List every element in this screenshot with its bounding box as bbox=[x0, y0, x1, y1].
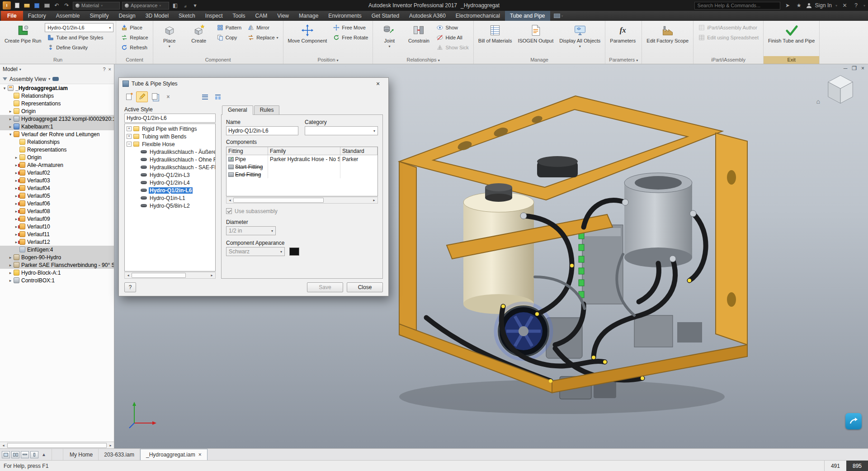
scroll-left-icon[interactable]: ◂ bbox=[0, 442, 7, 448]
sign-in-button[interactable]: Sign In bbox=[815, 2, 832, 9]
help-icon[interactable]: ? bbox=[852, 2, 860, 10]
tree-item-verlauf10[interactable]: ▸Verlauf10 bbox=[0, 223, 114, 230]
view-mode-label[interactable]: Assembly View bbox=[9, 76, 46, 82]
component-row-start-fitting[interactable]: Start Fitting bbox=[226, 163, 377, 171]
component-row-pipe[interactable]: PipeParker Hydraulic Hose - No SkivParke… bbox=[226, 155, 377, 163]
show-relationships-button[interactable]: Show bbox=[434, 23, 471, 32]
use-subassembly-checkbox[interactable] bbox=[226, 208, 232, 214]
appearance-color-swatch[interactable] bbox=[289, 247, 299, 256]
browser-help-icon[interactable]: ? bbox=[103, 67, 105, 72]
scroll-left-icon[interactable]: ◂ bbox=[125, 272, 132, 278]
browser-title-caret-icon[interactable]: ▾ bbox=[19, 67, 21, 71]
appearance-select[interactable]: Schwarz▾ bbox=[226, 247, 285, 256]
tab-view[interactable]: View bbox=[272, 11, 294, 21]
replace-content-button[interactable]: Replace bbox=[118, 33, 150, 42]
expand-icon[interactable]: ▸ bbox=[8, 117, 13, 121]
undo-button[interactable]: ↶ bbox=[53, 2, 61, 10]
tab-rules[interactable]: Rules bbox=[254, 105, 280, 114]
tree-item-hydro-block-a-1[interactable]: ▸Hydro-Block-A:1 bbox=[0, 269, 114, 276]
new-file-button[interactable] bbox=[13, 2, 21, 10]
active-style-input[interactable]: Hydro-Q1/2in-L6 bbox=[124, 114, 216, 123]
display-all-objects-button[interactable]: Display All Objects ▾ bbox=[557, 22, 603, 55]
tree-item-controlbox-1[interactable]: ▸ControlBOX:1 bbox=[0, 276, 114, 284]
save-button[interactable]: Save bbox=[307, 282, 343, 292]
doc-tab-my-home[interactable]: My Home bbox=[64, 449, 99, 460]
dialog-close-button[interactable]: × bbox=[371, 79, 385, 88]
style-tree-item-hydro-q5-8in-l2[interactable]: Hydro-Q5/8in-L2 bbox=[125, 202, 215, 209]
window-tile-icon[interactable] bbox=[2, 451, 10, 458]
detail-view-button[interactable] bbox=[212, 91, 224, 102]
tab-sketch[interactable]: Sketch bbox=[174, 11, 200, 21]
tree-item-verlauf02[interactable]: ▸Verlauf02 bbox=[0, 169, 114, 176]
tree-item-relationships[interactable]: Relationships bbox=[0, 138, 114, 146]
favorites-star-icon[interactable]: ★ bbox=[795, 2, 803, 10]
tree-item-verlauf08[interactable]: ▸Verlauf08 bbox=[0, 207, 114, 215]
style-tree-scrollbar[interactable]: ◂ ▸ bbox=[124, 272, 216, 279]
expand-icon[interactable]: ▸ bbox=[14, 155, 19, 160]
style-tree-item-hydro-q1in-l1[interactable]: Hydro-Q1in-L1 bbox=[125, 194, 215, 202]
filter-icon[interactable] bbox=[3, 77, 7, 81]
redo-button[interactable]: ↷ bbox=[63, 2, 71, 10]
list-view-button[interactable] bbox=[199, 91, 211, 102]
open-file-button[interactable] bbox=[23, 2, 31, 10]
tree-item-parker-sae-flanschverbindung-90-schenkelr[interactable]: ▸Parker SAE Flanschverbindung - 90° Sche… bbox=[0, 261, 114, 269]
tube-pipe-styles-button[interactable]: Tube and Pipe Styles bbox=[45, 33, 113, 42]
tree-item-verlauf06[interactable]: ▸Verlauf06 bbox=[0, 200, 114, 207]
scroll-thumb[interactable] bbox=[7, 443, 107, 448]
define-gravity-button[interactable]: Define Gravity bbox=[45, 43, 113, 52]
expand-box-icon[interactable]: + bbox=[127, 134, 132, 139]
place-content-button[interactable]: Place bbox=[118, 23, 150, 32]
tree-item-bogen-90-hydro[interactable]: ▸Bogen-90-Hydro bbox=[0, 253, 114, 261]
tab-cam[interactable]: CAM bbox=[250, 11, 273, 21]
free-rotate-button[interactable]: Free Rotate bbox=[330, 33, 370, 42]
expand-icon[interactable]: ▸ bbox=[8, 124, 13, 129]
create-pipe-run-button[interactable]: Create Pipe Run bbox=[2, 22, 43, 55]
adjust-button[interactable]: ◧ bbox=[171, 2, 179, 10]
diameter-select[interactable]: 1/2 in▾ bbox=[226, 226, 276, 235]
scroll-thumb[interactable] bbox=[233, 198, 324, 203]
tree-item-relationships[interactable]: Relationships bbox=[0, 92, 114, 100]
tree-item-alle-armaturen[interactable]: ▸Alle-Armaturen bbox=[0, 161, 114, 169]
tab-simplify[interactable]: Simplify bbox=[85, 11, 113, 21]
style-tree-item-hydro-q1-2in-l3[interactable]: Hydro-Q1/2in-L3 bbox=[125, 171, 215, 179]
tab-inspect[interactable]: Inspect bbox=[200, 11, 228, 21]
ipart-author-button[interactable]: iPart/iAssembly Author bbox=[696, 23, 761, 32]
tab-tube-and-pipe[interactable]: Tube and Pipe bbox=[505, 11, 550, 21]
style-tree-item-hydraulikschlauch-u-eres-gerad[interactable]: Hydraulikschlauch - Äußeres gerad bbox=[125, 148, 215, 156]
tree-item-origin[interactable]: ▸Origin bbox=[0, 153, 114, 161]
component-row-end-fitting[interactable]: End Fitting bbox=[226, 171, 377, 178]
tab-electromechanical[interactable]: Electromechanical bbox=[451, 11, 505, 21]
tree-item-hydroaggregat-2132-kompl-i0002920-1[interactable]: ▸Hydroaggregat 2132 kompl-I0002920:1 bbox=[0, 115, 114, 123]
doc-tab-203-633-iam[interactable]: 203-633.iam bbox=[99, 449, 140, 460]
ribbon-display-options[interactable]: ▾ bbox=[550, 11, 567, 21]
copy-style-button[interactable] bbox=[149, 91, 161, 102]
print-button[interactable] bbox=[43, 2, 51, 10]
dialog-titlebar[interactable]: Tube & Pipe Styles × bbox=[119, 78, 388, 90]
new-style-button[interactable] bbox=[123, 91, 135, 102]
doc-close-icon[interactable]: × bbox=[861, 65, 864, 71]
expand-dock-icon[interactable]: ▲ bbox=[40, 452, 48, 457]
parameters-button[interactable]: fx Parameters bbox=[608, 22, 638, 55]
expand-icon[interactable]: ▸ bbox=[8, 109, 13, 114]
collapse-icon[interactable]: ▾ bbox=[2, 86, 7, 90]
material-combo[interactable]: Material▾ bbox=[73, 2, 120, 10]
style-tree-item-hydro-q1-2in-l6[interactable]: Hydro-Q1/2in-L6 bbox=[125, 186, 215, 194]
tab-autodesk-a360[interactable]: Autodesk A360 bbox=[404, 11, 451, 21]
send-feedback-icon[interactable]: ➤ bbox=[784, 2, 792, 10]
expand-icon[interactable]: ▸ bbox=[8, 255, 13, 260]
name-input[interactable]: Hydro-Q1/2in-L6 bbox=[226, 126, 298, 135]
measure-button[interactable]: ⟓ bbox=[181, 2, 189, 10]
tree-item-representations[interactable]: Representations bbox=[0, 100, 114, 107]
edit-factory-scope-button[interactable]: Edit Factory Scope bbox=[644, 22, 691, 55]
tree-item-verlauf03[interactable]: ▸Verlauf03 bbox=[0, 176, 114, 184]
tab-tools[interactable]: Tools bbox=[228, 11, 250, 21]
style-tree-item-tubing-with-bends[interactable]: +Tubing with Bends bbox=[125, 133, 215, 140]
tree-item-kabelbaum-1[interactable]: ▸Kabelbaum:1 bbox=[0, 123, 114, 130]
home-view-icon[interactable]: ⌂ bbox=[816, 98, 820, 105]
tree-item-einf-gen-4[interactable]: Einfügen:4 bbox=[0, 246, 114, 253]
tab-3d-model[interactable]: 3D Model bbox=[141, 11, 174, 21]
refresh-content-button[interactable]: Refresh bbox=[118, 43, 150, 52]
scroll-right-icon[interactable]: ▸ bbox=[371, 197, 377, 203]
close-tab-icon[interactable]: × bbox=[198, 452, 202, 458]
browser-hscrollbar[interactable]: ◂ ▸ bbox=[0, 442, 114, 448]
